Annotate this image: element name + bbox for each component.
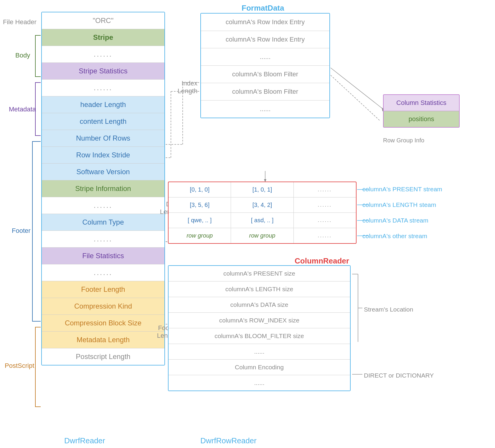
- rr-cell-5: columnA's BLOOM_FILTER size: [169, 328, 350, 344]
- data-cell-3-3: ......: [294, 213, 356, 228]
- diagram-container: File Header Body Metadata Footer PostScr…: [0, 0, 495, 448]
- cell-numrows: Number Of Rows: [42, 130, 164, 147]
- direct-dict-label: DIRECT or DICTIONARY: [364, 372, 434, 379]
- cell-dots4: ......: [42, 231, 164, 248]
- metadata-label: Metadata: [9, 106, 36, 113]
- fd-cell-3: ......: [201, 48, 329, 66]
- col-stats-pos: positions: [384, 111, 459, 127]
- cell-stripe: Stripe: [42, 29, 164, 46]
- fd-cell-4: columnA's Bloom Filter: [201, 66, 329, 83]
- cell-coltype: Column Type: [42, 214, 164, 231]
- data-cell-4-3: ......: [294, 228, 356, 243]
- cell-dots5: ......: [42, 264, 164, 281]
- fd-cell-6: ......: [201, 101, 329, 118]
- data-row-4: row group row group ......: [169, 228, 356, 243]
- row-group-info-label: Row Group Info: [383, 137, 424, 144]
- rr-cell-4: columnA's ROW_INDEX size: [169, 313, 350, 328]
- col-stats-box: Column Statistics positions: [383, 94, 460, 128]
- svg-line-10: [331, 68, 383, 109]
- cell-dots2: ......: [42, 80, 164, 96]
- rr-cell-1: columnA's PRESENT size: [169, 266, 350, 281]
- rr-cell-7: Column Encoding: [169, 360, 350, 375]
- cell-compkind: Compression Kind: [42, 298, 164, 315]
- dwrf-reader-label: DwrfReader: [64, 436, 105, 445]
- cell-orc: "ORC": [42, 12, 164, 29]
- data-cell-2-3: ......: [294, 198, 356, 212]
- data-cell-3-1: [ qwe, .. ]: [169, 213, 231, 228]
- cell-rowidx: Row Index Stride: [42, 147, 164, 164]
- data-cell-1-3: ......: [294, 182, 356, 197]
- fd-cell-5: columnA's Bloom Filter: [201, 83, 329, 101]
- cell-dots3: ......: [42, 197, 164, 214]
- cell-dots1: ......: [42, 46, 164, 63]
- fd-cell-1: columnA's Row Index Entry: [201, 14, 329, 31]
- data-cell-1-1: [0, 1, 0]: [169, 182, 231, 197]
- rr-cell-6: ......: [169, 344, 350, 360]
- stream-label-3: columnA's DATA stream: [362, 217, 428, 224]
- file-header-label: File Header: [3, 18, 37, 26]
- format-data-label: FormatData: [242, 4, 284, 13]
- data-section: [0, 1, 0] [1, 0, 1] ...... [3, 5, 6] [3,…: [168, 182, 357, 244]
- rr-cell-8: ......: [169, 375, 350, 391]
- data-row-1: [0, 1, 0] [1, 0, 1] ......: [169, 182, 356, 197]
- cell-stripestat: Stripe Statistics: [42, 63, 164, 80]
- col-stats-title: Column Statistics: [384, 95, 459, 111]
- cell-filestat: File Statistics: [42, 248, 164, 264]
- data-cell-4-2: row group: [231, 228, 293, 243]
- cell-contentlen: content Length: [42, 113, 164, 130]
- format-data-panel: columnA's Row Index Entry columnA's Row …: [200, 13, 330, 118]
- cell-stripeinfo: Stripe Information: [42, 180, 164, 197]
- cell-footerlen: Footer Length: [42, 281, 164, 298]
- data-row-3: [ qwe, .. ] [ asd, .. ] ......: [169, 213, 356, 228]
- rr-cell-3: columnA's DATA size: [169, 297, 350, 313]
- data-cell-3-2: [ asd, .. ]: [231, 213, 293, 228]
- data-row-2: [3, 5, 6] [3, 4, 2] ......: [169, 197, 356, 213]
- dwrf-row-reader-label: DwrfRowReader: [200, 436, 257, 445]
- rr-cell-2: columnA's LENGTH size: [169, 281, 350, 297]
- data-cell-1-2: [1, 0, 1]: [231, 182, 293, 197]
- index-length-label: IndexLength: [165, 80, 197, 95]
- postscript-label: PostScript: [5, 362, 34, 370]
- svg-line-12: [331, 75, 380, 121]
- fd-cell-2: columnA's Row Index Entry: [201, 31, 329, 48]
- data-cell-2-1: [3, 5, 6]: [169, 197, 231, 213]
- stream-label-1: columnA's PRESENT stream: [362, 186, 442, 193]
- cell-headerlen: header Length: [42, 96, 164, 113]
- stream-label-2: columnA's LENGTH steam: [362, 201, 436, 208]
- column-reader-label: ColumnReader: [295, 256, 349, 266]
- cell-softver: Software Version: [42, 164, 164, 180]
- cell-pslen: Postscript Length: [42, 348, 164, 365]
- data-cell-2-2: [3, 4, 2]: [231, 197, 293, 213]
- left-column: "ORC" Stripe ...... Stripe Statistics ..…: [41, 12, 165, 365]
- body-label: Body: [15, 52, 30, 59]
- data-cell-4-1: row group: [169, 228, 231, 243]
- row-reader-panel: columnA's PRESENT size columnA's LENGTH …: [168, 265, 351, 391]
- stream-label-4: columnA's other stream: [362, 233, 427, 240]
- footer-label: Footer: [12, 227, 31, 235]
- streams-location-label: Stream's Location: [364, 306, 413, 313]
